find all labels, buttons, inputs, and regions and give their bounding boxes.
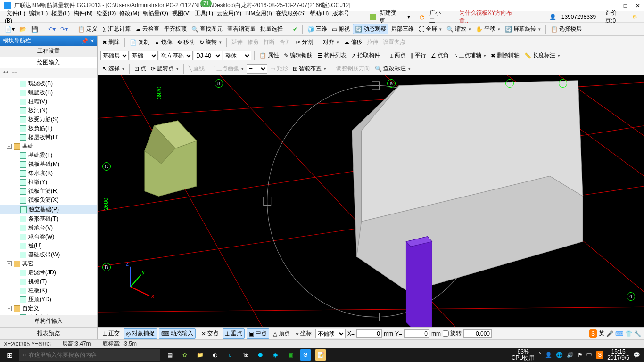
- select-button[interactable]: ↖ 选择: [100, 64, 126, 74]
- tree-item[interactable]: 集水坑(K): [0, 169, 97, 178]
- save-icon[interactable]: 💾: [29, 25, 40, 33]
- tree-item[interactable]: -自定义: [0, 304, 97, 313]
- tree-item[interactable]: -基础: [0, 142, 97, 151]
- notes-icon[interactable]: 📝: [315, 349, 326, 361]
- tree-item[interactable]: 挑檐(T): [0, 277, 97, 286]
- comp-select[interactable]: 基础: [130, 51, 158, 60]
- single-component-input[interactable]: 单构件输入: [0, 315, 97, 327]
- sogou-ime-icon[interactable]: S: [589, 329, 597, 338]
- editrebar-button[interactable]: ✎ 编辑钢筋: [282, 50, 314, 60]
- 3d-viewport[interactable]: x y z 8aD3CB4 39202680: [98, 75, 644, 327]
- windows-taskbar[interactable]: ⊞ ○ 在这里输入你要搜索的内容 ▤ ✿ 📁 ◐ e 🛍 ⬢ ◉ ▣ G 📝 6…: [0, 348, 644, 362]
- edge-icon[interactable]: e: [224, 349, 236, 361]
- expand-icon[interactable]: ⁺⁺: [3, 70, 8, 76]
- ggj-app-icon[interactable]: G: [300, 349, 311, 361]
- mpt-toggle[interactable]: ▣ 中点: [247, 328, 269, 339]
- tray-volume-icon[interactable]: 🔊: [567, 352, 574, 358]
- tree-item[interactable]: 条形基础(T): [0, 214, 97, 223]
- line-button[interactable]: ╲ 直线: [187, 64, 206, 74]
- complist-button[interactable]: ☰ 构件列表: [315, 50, 348, 60]
- sellayer-button[interactable]: 📋 选择楼层: [549, 24, 584, 34]
- tray-flag-icon[interactable]: ⚑: [578, 352, 583, 358]
- rotpt-button[interactable]: ⟳ 旋转点: [149, 64, 181, 74]
- menu-在线服务(S)[interactable]: 在线服务(S): [274, 9, 308, 17]
- level-select[interactable]: 基础层: [100, 51, 129, 60]
- tree-item[interactable]: 柱帽(V): [0, 97, 97, 106]
- ortho-toggle[interactable]: ⊥ 正交: [100, 329, 122, 338]
- menu-帮助(H)[interactable]: 帮助(H): [308, 9, 331, 17]
- tab-draw-input[interactable]: 绘图输入: [0, 57, 97, 68]
- tree-item[interactable]: 独立基础(P): [0, 205, 97, 214]
- tree-item[interactable]: 基础梁(F): [0, 151, 97, 160]
- tree-item[interactable]: 栏板(K): [0, 286, 97, 295]
- findgraph-button[interactable]: 🔍 查找图元: [190, 24, 224, 34]
- tree-item[interactable]: 筏板主筋(R): [0, 187, 97, 196]
- tree-item[interactable]: 桩(U): [0, 241, 97, 250]
- attr-button[interactable]: 📋 属性: [257, 50, 281, 60]
- menu-构件(N)[interactable]: 构件(N): [72, 9, 95, 17]
- mirror-button[interactable]: ▲ 镜像: [152, 37, 174, 47]
- fullscreen-button[interactable]: ⛶ 全屏: [417, 24, 444, 34]
- tree-item[interactable]: 后浇带(JD): [0, 268, 97, 277]
- linestyle-select[interactable]: ━: [247, 64, 267, 74]
- app-icon-1[interactable]: ✿: [179, 349, 190, 361]
- dyninput-toggle[interactable]: ⌨ 动态输入: [159, 328, 196, 339]
- tree-item[interactable]: 板负筋(F): [0, 124, 97, 133]
- tray-up-icon[interactable]: ˄: [538, 352, 541, 358]
- offset-button[interactable]: ☁ 偏移: [342, 37, 364, 47]
- tree-item[interactable]: 楼层板带(H): [0, 133, 97, 142]
- chrome-icon[interactable]: ◐: [209, 349, 221, 361]
- store-icon[interactable]: 🛍: [239, 349, 251, 361]
- parallel-button[interactable]: ∥ 平行: [409, 50, 428, 60]
- menu-云应用(Y)[interactable]: 云应用(Y): [215, 9, 243, 17]
- taskbar-search[interactable]: ○ 在这里输入你要搜索的内容: [19, 349, 160, 361]
- collapse-icon[interactable]: ⁻⁻: [12, 70, 17, 76]
- menu-编辑(E)[interactable]: 编辑(E): [27, 9, 50, 17]
- notification-badge[interactable]: 71: [200, 0, 212, 7]
- tree-item[interactable]: 基础板带(W): [0, 250, 97, 259]
- ime-tool-icon[interactable]: 🎤: [606, 330, 613, 337]
- tree-item[interactable]: 板洞(N): [0, 106, 97, 115]
- vpt-toggle[interactable]: ⊥ 垂点: [223, 328, 245, 339]
- tree-item[interactable]: 桩承台(V): [0, 223, 97, 232]
- folder-icon[interactable]: 📁: [194, 349, 206, 361]
- tray-ime[interactable]: 中: [586, 351, 592, 359]
- tree-item[interactable]: 板受力筋(S): [0, 115, 97, 124]
- setgrip-button[interactable]: 设置夹点: [381, 37, 407, 47]
- flattop-button[interactable]: 平齐板顶: [162, 24, 189, 34]
- new-icon[interactable]: 📄▾: [3, 25, 17, 33]
- stretch-button[interactable]: 拉伸: [365, 37, 380, 47]
- move-button[interactable]: ✥ 移动: [175, 37, 197, 47]
- viewrebar-button[interactable]: 查看钢筋量: [225, 24, 257, 34]
- merge-button[interactable]: 合并: [278, 37, 293, 47]
- coord-toggle[interactable]: ⌖ 坐标: [294, 329, 314, 338]
- rotate-input[interactable]: [463, 329, 492, 338]
- menu-BIM应用(I)[interactable]: BIM应用(I): [243, 9, 274, 17]
- menu-修改(M)[interactable]: 修改(M): [117, 9, 141, 17]
- tree-item[interactable]: 现浇板(B): [0, 79, 97, 88]
- rotate-button[interactable]: ↻ 旋转: [198, 37, 223, 47]
- split-button[interactable]: ✂ 分割: [294, 37, 315, 47]
- dim-button[interactable]: 📏 长度标注: [522, 50, 562, 60]
- menu-视图(V)[interactable]: 视图(V): [170, 9, 193, 17]
- viewann-button[interactable]: 🔍 查改标注: [373, 64, 413, 74]
- whole-select[interactable]: 整体: [223, 51, 251, 60]
- ime-lang[interactable]: 英: [599, 329, 604, 337]
- tab-project-settings[interactable]: 工程设置: [0, 46, 97, 57]
- tree-item[interactable]: 柱墩(Y): [0, 178, 97, 187]
- tray-notifications-icon[interactable]: 💬: [633, 352, 640, 358]
- point-button[interactable]: ⊡ 点: [132, 64, 148, 74]
- tree-item[interactable]: 承台梁(W): [0, 232, 97, 241]
- local3d-button[interactable]: 局部三维: [389, 24, 416, 34]
- tray-people-icon[interactable]: 👤: [545, 352, 552, 358]
- menu-工具(T)[interactable]: 工具(T): [193, 9, 215, 17]
- tree-item[interactable]: -其它: [0, 259, 97, 268]
- screenrotate-button[interactable]: 🔄 屏幕旋转: [503, 24, 543, 34]
- threeaxis-button[interactable]: ∴ 三点辅轴: [452, 50, 488, 60]
- twopt-button[interactable]: ⟂ 两点: [388, 50, 408, 60]
- open-icon[interactable]: 📂: [17, 25, 28, 33]
- ime-skin-icon[interactable]: 👕: [625, 330, 632, 337]
- ime-settings-icon[interactable]: 🔧: [634, 330, 641, 337]
- batchsel-button[interactable]: 批量选择: [258, 24, 285, 34]
- pin-icon[interactable]: 📌: [81, 38, 88, 44]
